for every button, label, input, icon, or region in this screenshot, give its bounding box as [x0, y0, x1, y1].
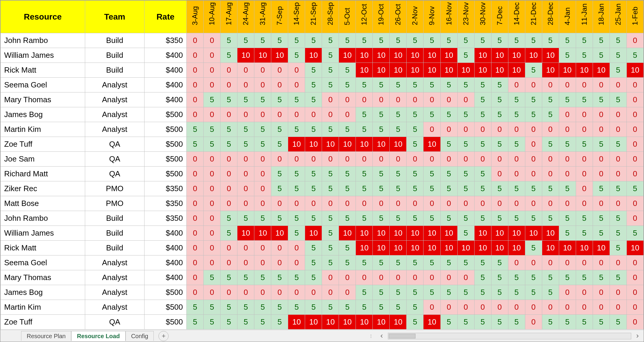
load-cell[interactable]: 10	[542, 48, 559, 63]
load-cell[interactable]: 5	[474, 167, 491, 181]
rate-cell[interactable]: $350	[144, 196, 187, 211]
load-cell[interactable]: 5	[288, 211, 305, 226]
load-cell[interactable]: 0	[626, 78, 643, 92]
load-cell[interactable]: 0	[423, 92, 440, 107]
load-cell[interactable]: 0	[237, 78, 254, 92]
team-cell[interactable]: Analyst	[85, 270, 145, 285]
load-cell[interactable]: 5	[508, 33, 525, 48]
load-cell[interactable]: 0	[237, 255, 254, 270]
load-cell[interactable]: 0	[559, 122, 576, 137]
load-cell[interactable]: 5	[339, 63, 356, 78]
load-cell[interactable]: 5	[423, 211, 440, 226]
rate-cell[interactable]: $400	[144, 48, 187, 63]
load-cell[interactable]: 5	[610, 315, 626, 330]
load-cell[interactable]: 5	[187, 300, 204, 315]
load-cell[interactable]: 5	[610, 226, 626, 241]
load-cell[interactable]: 10	[474, 63, 491, 78]
load-cell[interactable]: 0	[457, 122, 474, 137]
header-date[interactable]: 9-Nov	[423, 1, 440, 33]
load-cell[interactable]: 5	[305, 33, 322, 48]
header-date[interactable]: 7-Sep	[271, 1, 288, 33]
load-cell[interactable]: 5	[491, 315, 508, 330]
load-cell[interactable]: 0	[322, 152, 339, 167]
load-cell[interactable]: 5	[576, 33, 593, 48]
header-date[interactable]: 31-Aug	[254, 1, 271, 33]
load-cell[interactable]: 0	[525, 137, 542, 152]
load-cell[interactable]: 5	[474, 255, 491, 270]
load-cell[interactable]: 0	[542, 196, 559, 211]
load-cell[interactable]: 0	[271, 241, 288, 255]
load-cell[interactable]: 0	[187, 226, 204, 241]
load-cell[interactable]: 5	[457, 137, 474, 152]
load-cell[interactable]: 0	[440, 92, 457, 107]
load-cell[interactable]: 5	[542, 315, 559, 330]
load-cell[interactable]: 5	[271, 122, 288, 137]
load-cell[interactable]: 5	[407, 181, 423, 196]
load-cell[interactable]: 5	[508, 270, 525, 285]
load-cell[interactable]: 0	[339, 152, 356, 167]
load-cell[interactable]: 5	[339, 78, 356, 92]
load-cell[interactable]: 10	[626, 241, 643, 255]
load-cell[interactable]: 5	[221, 300, 237, 315]
load-cell[interactable]: 0	[204, 211, 221, 226]
load-cell[interactable]: 0	[288, 152, 305, 167]
load-cell[interactable]: 0	[187, 48, 204, 63]
load-cell[interactable]: 5	[457, 255, 474, 270]
load-cell[interactable]: 0	[626, 300, 643, 315]
load-cell[interactable]: 5	[508, 211, 525, 226]
load-cell[interactable]: 10	[237, 226, 254, 241]
load-cell[interactable]: 5	[356, 300, 373, 315]
load-cell[interactable]: 5	[356, 78, 373, 92]
load-cell[interactable]: 5	[254, 122, 271, 137]
load-cell[interactable]: 10	[339, 226, 356, 241]
hscroll-track[interactable]	[388, 333, 631, 339]
load-cell[interactable]: 0	[576, 196, 593, 211]
load-cell[interactable]: 0	[610, 255, 626, 270]
header-date[interactable]: 21-Sep	[305, 1, 322, 33]
load-cell[interactable]: 0	[626, 167, 643, 181]
resource-name-cell[interactable]: Zoe Tuff	[1, 315, 85, 330]
load-cell[interactable]: 5	[576, 137, 593, 152]
load-cell[interactable]: 5	[288, 300, 305, 315]
rate-cell[interactable]: $500	[144, 285, 187, 300]
load-cell[interactable]: 5	[322, 211, 339, 226]
load-cell[interactable]: 5	[221, 33, 237, 48]
load-cell[interactable]: 0	[390, 196, 407, 211]
load-cell[interactable]: 5	[305, 122, 322, 137]
load-cell[interactable]: 5	[339, 122, 356, 137]
load-cell[interactable]: 5	[508, 107, 525, 122]
load-cell[interactable]: 10	[423, 241, 440, 255]
load-cell[interactable]: 5	[542, 181, 559, 196]
load-cell[interactable]: 0	[221, 285, 237, 300]
load-cell[interactable]: 5	[339, 241, 356, 255]
scroll-left-button[interactable]	[378, 332, 386, 340]
load-cell[interactable]: 5	[237, 92, 254, 107]
load-cell[interactable]: 0	[204, 33, 221, 48]
header-date[interactable]: 19-Oct	[373, 1, 390, 33]
load-cell[interactable]: 5	[593, 48, 610, 63]
load-cell[interactable]: 5	[322, 181, 339, 196]
load-cell[interactable]: 0	[237, 167, 254, 181]
load-cell[interactable]: 0	[322, 270, 339, 285]
load-cell[interactable]: 0	[525, 152, 542, 167]
load-cell[interactable]: 0	[390, 270, 407, 285]
load-cell[interactable]: 5	[576, 92, 593, 107]
load-cell[interactable]: 5	[271, 137, 288, 152]
load-cell[interactable]: 5	[305, 270, 322, 285]
load-cell[interactable]: 0	[237, 181, 254, 196]
team-cell[interactable]: Analyst	[85, 107, 145, 122]
load-cell[interactable]: 5	[525, 270, 542, 285]
load-cell[interactable]: 0	[271, 285, 288, 300]
load-cell[interactable]: 0	[440, 300, 457, 315]
header-resource[interactable]: Resource	[1, 1, 85, 33]
header-date[interactable]: 1-Feb	[626, 1, 643, 33]
load-cell[interactable]: 10	[339, 315, 356, 330]
load-cell[interactable]: 0	[508, 167, 525, 181]
team-cell[interactable]: Build	[85, 226, 145, 241]
load-cell[interactable]: 5	[576, 226, 593, 241]
load-cell[interactable]: 10	[525, 226, 542, 241]
load-cell[interactable]: 0	[508, 300, 525, 315]
load-cell[interactable]: 0	[610, 300, 626, 315]
load-cell[interactable]: 5	[204, 270, 221, 285]
load-cell[interactable]: 0	[237, 196, 254, 211]
